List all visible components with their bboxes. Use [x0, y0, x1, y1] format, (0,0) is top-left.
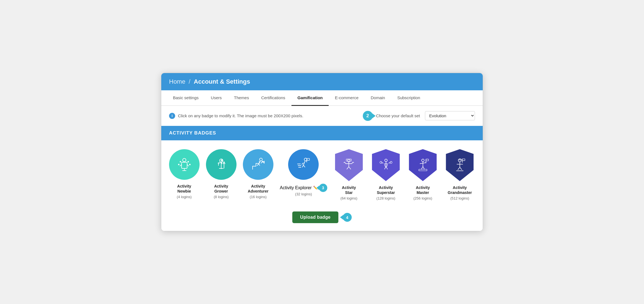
svg-rect-46 — [426, 159, 428, 161]
breadcrumb-sep: / — [189, 78, 190, 85]
svg-line-27 — [302, 165, 303, 167]
badge-icon-master — [409, 149, 437, 181]
step-2-badge: 2 — [363, 111, 373, 121]
breadcrumb: Home / Account & Settings — [169, 78, 475, 85]
info-message-container: i Click on any badge to modify it. The i… — [169, 113, 303, 119]
badge-activity-grower[interactable]: ActivityGrower (8 logins) — [206, 149, 237, 199]
badge-logins-grower: (8 logins) — [214, 195, 228, 199]
main-window: Home / Account & Settings Basic settings… — [161, 73, 483, 231]
badge-activity-adventurer[interactable]: ActivityAdventurer (16 logins) — [243, 149, 273, 199]
badge-name-superstar: ActivitySuperstar — [377, 185, 395, 195]
badge-name-grower: ActivityGrower — [214, 184, 228, 194]
badges-grid: ActivityNewbie (4 logins) Acti — [161, 140, 483, 207]
star-icon — [341, 158, 356, 173]
badge-icon-star — [335, 149, 363, 181]
explorer-icon — [295, 156, 312, 173]
svg-line-60 — [458, 167, 460, 170]
breadcrumb-home[interactable]: Home — [169, 78, 185, 85]
adventurer-icon — [250, 156, 266, 173]
tab-themes[interactable]: Themes — [228, 90, 255, 106]
info-message: Click on any badge to modify it. The ima… — [178, 113, 303, 118]
upload-badge-button[interactable]: Upload badge — [292, 211, 338, 223]
svg-line-33 — [349, 167, 351, 169]
tab-users[interactable]: Users — [205, 90, 228, 106]
badge-name-row-explorer: Activity Explorer ✏️ 3 — [280, 184, 327, 192]
badge-activity-explorer[interactable]: Activity Explorer ✏️ 3 (32 logins) — [280, 149, 327, 196]
svg-line-28 — [303, 165, 305, 167]
svg-point-35 — [384, 159, 387, 161]
badge-name-newbie: ActivityNewbie — [177, 184, 191, 194]
step-4-badge: 4 — [343, 213, 352, 222]
badge-logins-newbie: (4 logins) — [177, 195, 192, 199]
svg-point-7 — [188, 161, 188, 162]
svg-rect-56 — [462, 159, 465, 160]
header: Home / Account & Settings — [161, 73, 483, 90]
tab-basic-settings[interactable]: Basic settings — [167, 90, 205, 106]
badge-logins-superstar: (128 logins) — [376, 196, 395, 200]
badge-icon-adventurer — [243, 149, 273, 180]
svg-line-61 — [460, 167, 462, 170]
svg-point-54 — [458, 159, 461, 162]
badge-icon-superstar — [372, 149, 400, 181]
badge-activity-newbie[interactable]: ActivityNewbie (4 logins) — [169, 149, 200, 199]
default-set-container: 2 Choose your default set Evolution Clas… — [363, 111, 475, 121]
badge-activity-star[interactable]: ActivityStar (64 logins) — [334, 149, 364, 200]
step-3-badge: 3 — [319, 184, 327, 192]
breadcrumb-current: Account & Settings — [194, 78, 250, 85]
badge-logins-grandmaster: (512 logins) — [450, 196, 469, 200]
upload-row: Upload badge 4 — [161, 207, 483, 231]
badge-icon-grower — [206, 149, 237, 180]
info-icon: i — [169, 113, 175, 119]
tab-domain[interactable]: Domain — [364, 90, 391, 106]
tab-ecommerce[interactable]: E-commerce — [329, 90, 364, 106]
svg-point-9 — [189, 164, 190, 165]
newbie-icon — [176, 156, 193, 173]
tab-bar: Basic settings Users Themes Certificatio… — [161, 90, 483, 106]
svg-point-8 — [178, 164, 179, 165]
badge-name-grandmaster: ActivityGrandmaster — [448, 185, 472, 195]
svg-rect-53 — [419, 169, 427, 171]
grower-icon — [213, 156, 230, 173]
superstar-icon — [378, 158, 394, 173]
svg-point-0 — [183, 158, 186, 162]
badge-name-adventurer: ActivityAdventurer — [248, 184, 269, 194]
svg-rect-1 — [182, 162, 187, 168]
badge-logins-star: (64 logins) — [341, 196, 358, 200]
badge-logins-adventurer: (16 logins) — [250, 195, 267, 199]
default-set-label: Choose your default set — [376, 113, 420, 118]
badge-logins-master: (256 logins) — [413, 196, 432, 200]
svg-point-15 — [260, 158, 262, 161]
svg-point-45 — [422, 159, 424, 161]
badge-activity-grandmaster[interactable]: ActivityGrandmaster (512 logins) — [444, 149, 475, 200]
badge-name-master: ActivityMaster — [416, 185, 430, 195]
badge-icon-explorer — [288, 149, 319, 180]
grandmaster-icon — [452, 158, 467, 173]
svg-line-50 — [423, 163, 426, 163]
svg-point-29 — [348, 159, 350, 162]
svg-line-51 — [421, 166, 423, 169]
badge-activity-superstar[interactable]: ActivitySuperstar (128 logins) — [371, 149, 401, 200]
svg-line-52 — [423, 166, 424, 169]
tab-gamification[interactable]: Gamification — [291, 90, 329, 106]
master-icon — [415, 158, 431, 173]
badge-logins-explorer: (32 logins) — [295, 192, 312, 196]
tab-certifications[interactable]: Certifications — [255, 90, 291, 106]
tab-subscription[interactable]: Subscription — [391, 90, 426, 106]
badge-name-star: ActivityStar — [342, 185, 356, 195]
badge-icon-grandmaster — [446, 149, 474, 181]
svg-point-39 — [380, 161, 382, 163]
svg-line-26 — [302, 163, 303, 165]
svg-point-6 — [180, 161, 181, 162]
default-set-select[interactable]: Evolution Classic Modern — [425, 111, 475, 120]
info-bar: i Click on any badge to modify it. The i… — [161, 106, 483, 126]
badge-activity-master[interactable]: ActivityMaster (256 logins) — [407, 149, 438, 200]
svg-line-25 — [303, 161, 305, 165]
svg-line-17 — [257, 164, 259, 166]
svg-line-18 — [259, 164, 260, 166]
badge-name-explorer: Activity Explorer — [280, 185, 312, 190]
svg-line-32 — [347, 167, 349, 169]
activity-badges-header: ACTIVITY BADGES — [161, 126, 483, 140]
svg-point-40 — [390, 161, 392, 163]
badge-icon-newbie — [169, 149, 200, 180]
svg-line-49 — [420, 163, 423, 164]
